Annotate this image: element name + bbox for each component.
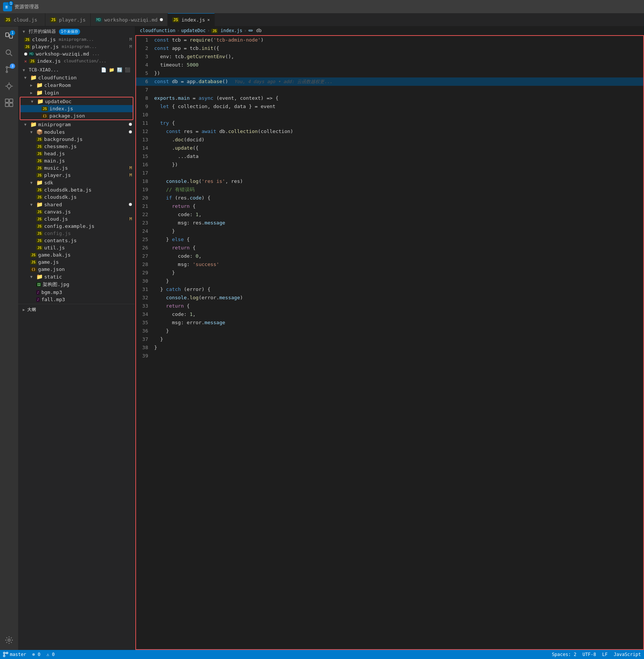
breadcrumb-cloudfunction[interactable]: cloudfunction bbox=[140, 28, 175, 33]
line-number: 12 bbox=[136, 127, 154, 136]
git-icon[interactable]: 3 bbox=[2, 63, 16, 76]
chevron-icon: ▼ bbox=[23, 68, 27, 72]
line-content: const db = app.database()You, 4 days ago… bbox=[154, 77, 643, 86]
modified-indicator: M bbox=[129, 37, 132, 42]
file-game-js[interactable]: JS game.js bbox=[18, 258, 135, 266]
new-folder-icon[interactable]: 📁 bbox=[109, 67, 115, 73]
collapse-icon[interactable]: ⬛ bbox=[125, 67, 130, 73]
search-icon[interactable] bbox=[2, 46, 16, 60]
folder-static[interactable]: ▼ 📁 static bbox=[18, 273, 135, 280]
line-content: } bbox=[154, 343, 643, 352]
file-background-js[interactable]: JS background.js bbox=[18, 136, 135, 143]
file-name: package.json bbox=[50, 113, 85, 119]
file-name: game.bak.js bbox=[38, 252, 71, 258]
refresh-icon[interactable]: 🔄 bbox=[117, 67, 122, 73]
file-music-js[interactable]: JS music.js M bbox=[18, 164, 135, 172]
folder-shared[interactable]: ▼ 📁 shared bbox=[18, 201, 135, 208]
open-file-player[interactable]: JS player.js miniprogram... M bbox=[18, 43, 135, 50]
modified-indicator: M bbox=[129, 173, 132, 178]
file-config-example[interactable]: JS config.example.js bbox=[18, 223, 135, 230]
open-file-workshop[interactable]: MD workshop-wuziqi.md ... bbox=[18, 50, 135, 57]
file-package-json[interactable]: {} package.json bbox=[20, 112, 133, 119]
js-file-icon: JS bbox=[42, 107, 48, 111]
file-cloudsdk[interactable]: JS cloudsdk.js bbox=[18, 193, 135, 201]
tab-workshop[interactable]: MD workshop-wuziqi.md bbox=[91, 13, 168, 26]
file-architecture-img[interactable]: 🖼 架构图.jpg bbox=[18, 280, 135, 289]
folder-sdk[interactable]: ▼ 📁 sdk bbox=[18, 179, 135, 186]
folder-miniprogram[interactable]: ▼ 📁 miniprogram bbox=[18, 121, 135, 128]
close-icon[interactable]: ✕ bbox=[207, 17, 210, 22]
file-cloud-js[interactable]: JS cloud.js M bbox=[18, 215, 135, 223]
audio-file-icon: ♪ bbox=[36, 297, 40, 302]
folder-updatedoc[interactable]: ▼ 📁 updateDoc bbox=[20, 97, 133, 105]
file-index-js[interactable]: JS index.js bbox=[20, 105, 133, 112]
tab-cloud[interactable]: JS cloud.js bbox=[0, 13, 45, 26]
md-icon: MD bbox=[95, 17, 102, 22]
file-game-bak-js[interactable]: JS game.bak.js bbox=[18, 251, 135, 258]
code-line-20: 20 if (res.code) { bbox=[136, 194, 643, 202]
file-name: music.js bbox=[44, 165, 68, 171]
open-editors-title[interactable]: ▼ 打开的编辑器 1个未保存 bbox=[18, 27, 135, 36]
file-game-json[interactable]: {} game.json bbox=[18, 266, 135, 273]
folder-cloudfunction[interactable]: ▼ 📁 cloudfunction bbox=[18, 74, 135, 81]
line-content: return { bbox=[154, 202, 643, 210]
file-contants-js[interactable]: JS contants.js bbox=[18, 237, 135, 244]
open-file-index[interactable]: ✕ JS index.js cloudfunction/... bbox=[18, 57, 135, 65]
language[interactable]: JavaScript bbox=[614, 652, 641, 657]
breadcrumb-file[interactable]: JS index.js bbox=[211, 28, 242, 33]
line-content: } bbox=[154, 327, 643, 335]
debug-icon[interactable] bbox=[2, 79, 16, 93]
svg-line-5 bbox=[10, 54, 12, 56]
code-line-4: 4 timeout: 5000 bbox=[136, 61, 643, 69]
file-player-js[interactable]: JS player.js M bbox=[18, 172, 135, 179]
line-content: } catch (error) { bbox=[154, 285, 643, 294]
folder-login[interactable]: ▶ 📁 login bbox=[18, 89, 135, 96]
file-head-js[interactable]: JS head.js bbox=[18, 150, 135, 157]
code-line-28: 28 msg: 'success' bbox=[136, 260, 643, 269]
file-main-js[interactable]: JS main.js bbox=[18, 157, 135, 164]
chevron-icon: ▼ bbox=[30, 130, 35, 134]
file-name: game.js bbox=[38, 259, 59, 265]
tab-index[interactable]: JS index.js ✕ bbox=[168, 13, 215, 26]
encoding[interactable]: UTF-8 bbox=[582, 652, 596, 657]
file-util-js[interactable]: JS util.js bbox=[18, 244, 135, 251]
line-content: msg: 'success' bbox=[154, 260, 643, 269]
folder-name: miniprogram bbox=[38, 122, 71, 127]
folder-clearroom[interactable]: ▶ 📁 clearRoom bbox=[18, 81, 135, 89]
folder-modules[interactable]: ▼ 📦 modules bbox=[18, 128, 135, 136]
outline-header[interactable]: ▶ 大纲 bbox=[18, 306, 135, 314]
file-config-js[interactable]: JS config.js bbox=[18, 230, 135, 237]
breadcrumb-db[interactable]: db bbox=[248, 28, 262, 33]
code-line-38: 38 } bbox=[136, 343, 643, 352]
file-bgm-mp3[interactable]: ♪ bgm.mp3 bbox=[18, 289, 135, 296]
breadcrumb-updatedoc[interactable]: updateDoc bbox=[181, 28, 206, 33]
file-name: config.js bbox=[44, 230, 71, 236]
tab-player[interactable]: JS player.js bbox=[45, 13, 91, 26]
project-title[interactable]: ▼ TCB-XIAO... 📄 📁 🔄 ⬛ bbox=[18, 66, 135, 74]
new-file-icon[interactable]: 📄 bbox=[101, 67, 107, 73]
code-line-33: 33 return { bbox=[136, 302, 643, 310]
file-chessmen-js[interactable]: JS chessmen.js bbox=[18, 143, 135, 150]
code-editor[interactable]: 1 const tcb = require('tcb-admin-node') … bbox=[135, 35, 644, 650]
file-canvas-js[interactable]: JS canvas.js bbox=[18, 208, 135, 215]
js-file-icon: JS bbox=[36, 137, 43, 142]
svg-point-10 bbox=[7, 84, 11, 88]
file-cloudsdk-beta[interactable]: JS cloudsdk.beta.js bbox=[18, 186, 135, 193]
settings-icon[interactable] bbox=[2, 633, 16, 647]
git-branch[interactable]: master bbox=[3, 652, 26, 657]
line-content: ...data bbox=[154, 152, 643, 161]
line-ending[interactable]: LF bbox=[602, 652, 607, 657]
warning-count[interactable]: ⚠ 0 bbox=[46, 652, 55, 657]
error-count[interactable]: ⊗ 0 bbox=[32, 652, 40, 657]
spaces[interactable]: Spaces: 2 bbox=[552, 652, 576, 657]
extensions-icon[interactable] bbox=[2, 96, 16, 110]
explorer-icon[interactable]: 1 bbox=[2, 29, 16, 43]
js-file-icon: JS bbox=[36, 231, 43, 236]
code-line-14: 14 .update({ bbox=[136, 144, 643, 152]
svg-point-19 bbox=[8, 639, 10, 641]
file-path: ... bbox=[92, 51, 100, 56]
file-fall-mp3[interactable]: ♪ fall.mp3 bbox=[18, 296, 135, 303]
folder-icon: 📁 bbox=[30, 121, 37, 127]
code-line-35: 35 msg: error.message bbox=[136, 319, 643, 327]
open-file-cloud[interactable]: JS cloud.js miniprogram... M bbox=[18, 36, 135, 43]
